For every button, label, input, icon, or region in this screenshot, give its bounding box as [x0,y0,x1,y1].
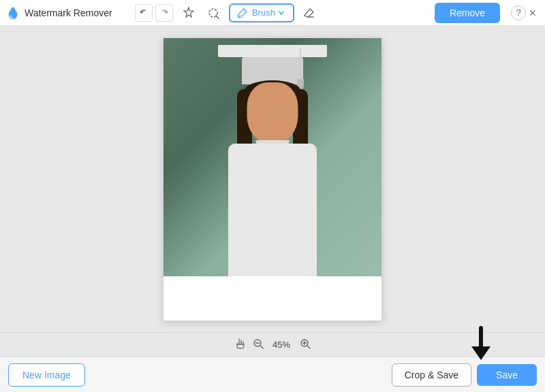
bottom-right-actions: Crop & Save Save [392,363,537,387]
photo-display[interactable] [164,38,382,276]
brush-dropdown-icon [278,10,285,16]
app-title: Watermark Remover [25,7,135,18]
nav-buttons [135,4,173,22]
grad-body [228,144,317,276]
bottom-bar: New Image Crop & Save Save [0,357,545,392]
arrow-indicator [471,326,490,360]
new-image-button[interactable]: New Image [8,363,85,387]
zoom-in-icon[interactable] [299,338,311,353]
zoom-level: 45% [270,340,294,350]
white-strip [164,276,382,321]
undo-button[interactable] [135,4,153,22]
grad-face [247,82,298,144]
close-button[interactable]: ✕ [526,6,540,20]
redo-button[interactable] [155,4,173,22]
app-logo-icon [5,5,20,20]
select-tool-button[interactable] [203,3,223,23]
zoom-out-icon[interactable] [252,338,264,353]
tool-buttons [178,3,223,23]
arrow-shaft [479,326,483,346]
image-container [164,38,382,321]
titlebar: Watermark Remover Brush [0,0,545,26]
crop-save-button[interactable]: Crop & Save [392,363,471,387]
save-button[interactable]: Save [477,364,537,386]
remove-button[interactable]: Remove [435,3,500,23]
grad-figure [198,45,347,276]
brush-tool-button[interactable]: Brush [229,3,294,22]
brush-label: Brush [252,7,275,18]
arrow-head [471,346,490,360]
hand-tool-icon[interactable] [234,338,247,353]
zoom-bar: 45% [0,332,545,357]
grad-cap-board [218,45,327,57]
help-button[interactable]: ? [511,5,526,20]
main-canvas-area [0,26,545,332]
grad-tassel [300,48,301,89]
lasso-tool-button[interactable] [178,3,199,23]
eraser-tool-button[interactable] [298,3,319,23]
